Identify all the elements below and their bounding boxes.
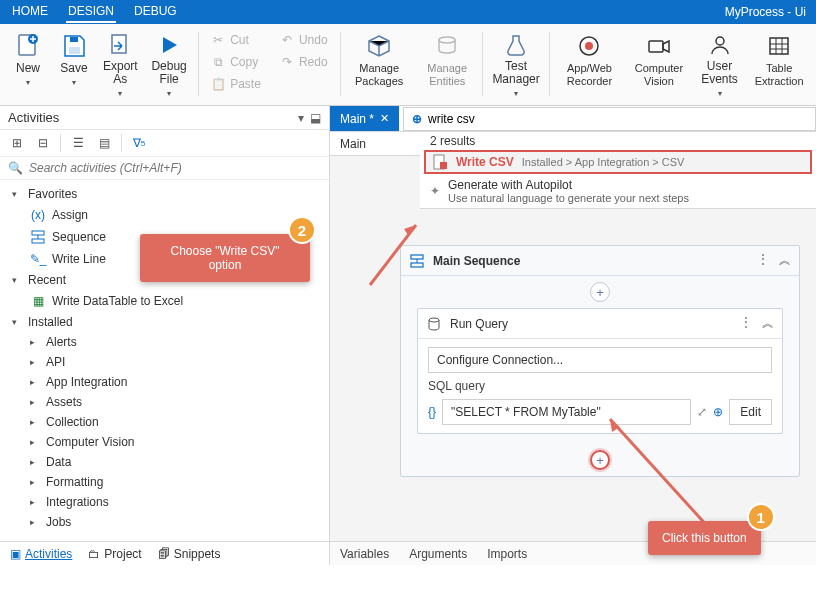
activity-write-datatable[interactable]: ▦Write DataTable to Excel	[0, 290, 329, 312]
table-extraction-button[interactable]: Table Extraction	[748, 28, 810, 100]
activities-tab-icon: ▣	[10, 547, 21, 561]
collapse-icon[interactable]: ︽	[779, 252, 791, 269]
add-var-icon[interactable]: ⊕	[713, 405, 723, 419]
redo-button[interactable]: ↷Redo	[275, 52, 332, 72]
run-query-activity[interactable]: Run Query ⋮ ︽ Configure Connection... SQ…	[417, 308, 783, 434]
test-manager-label: Test Manager▾	[492, 60, 539, 100]
svg-rect-2	[69, 47, 80, 54]
filter-icon[interactable]: ∇5	[130, 134, 148, 152]
table-extraction-label: Table Extraction	[754, 62, 804, 88]
add-after-button[interactable]: +	[590, 450, 610, 470]
view-list-icon[interactable]: ☰	[69, 134, 87, 152]
doc-tab-main[interactable]: Main * ✕	[330, 106, 399, 131]
manage-entities-button[interactable]: Manage Entities	[416, 28, 478, 100]
breadcrumb[interactable]: Main	[330, 132, 420, 156]
cat-alerts[interactable]: ▸Alerts	[0, 332, 329, 352]
debug-icon	[155, 32, 183, 58]
svg-point-7	[585, 42, 593, 50]
cat-data[interactable]: ▸Data	[0, 452, 329, 472]
tab-snippets[interactable]: 🗐Snippets	[158, 547, 221, 561]
activities-search-input[interactable]	[29, 161, 321, 175]
installed-node[interactable]: ▾Installed	[0, 312, 329, 332]
copy-button[interactable]: ⧉Copy	[206, 52, 265, 72]
folder-icon: 🗀	[88, 547, 100, 561]
user-events-button[interactable]: User Events▾	[693, 28, 747, 100]
menu-tabs: HOME DESIGN DEBUG	[10, 1, 179, 23]
cat-cv[interactable]: ▸Computer Vision	[0, 432, 329, 452]
activity-title: Run Query	[450, 317, 508, 331]
test-manager-button[interactable]: Test Manager▾	[487, 28, 545, 100]
code-icon: {}	[428, 405, 436, 419]
cut-button[interactable]: ✂Cut	[206, 30, 265, 50]
favorites-node[interactable]: ▾Favorites	[0, 184, 329, 204]
results-count: 2 results	[420, 132, 816, 150]
search-results: 2 results Write CSV Installed > App Inte…	[420, 132, 816, 209]
svg-point-9	[716, 37, 724, 45]
expand-field-icon[interactable]: ⤢	[697, 405, 707, 419]
result-autopilot[interactable]: ✦ Generate with Autopilot Use natural la…	[420, 174, 816, 208]
cat-app-integration[interactable]: ▸App Integration	[0, 372, 329, 392]
undo-group: ↶Undo ↷Redo	[271, 28, 336, 74]
more-icon[interactable]: ⋮	[757, 252, 769, 269]
tab-home[interactable]: HOME	[10, 1, 50, 23]
collapse-icon[interactable]: ⊟	[34, 134, 52, 152]
command-search-input[interactable]	[428, 112, 807, 126]
command-search[interactable]: ⊕	[403, 107, 816, 131]
cat-integrations[interactable]: ▸Integrations	[0, 492, 329, 512]
cat-jobs[interactable]: ▸Jobs	[0, 512, 329, 532]
callout-badge: 2	[288, 216, 316, 244]
main-sequence[interactable]: Main Sequence ⋮ ︽ + Run Query ⋮ ︽	[400, 245, 800, 477]
export-button[interactable]: Export As▾	[98, 28, 143, 100]
add-before-button[interactable]: +	[590, 282, 610, 302]
app-title: MyProcess - Ui	[725, 5, 806, 19]
close-icon[interactable]: ✕	[380, 112, 389, 125]
tab-activities[interactable]: ▣Activities	[10, 547, 72, 561]
sql-query-input[interactable]: "SELECT * FROM MyTable"	[442, 399, 691, 425]
new-label: New▾	[16, 62, 40, 89]
cut-icon: ✂	[210, 32, 226, 48]
manage-packages-button[interactable]: Manage Packages	[344, 28, 414, 100]
tab-design[interactable]: DESIGN	[66, 1, 116, 23]
user-icon	[706, 32, 734, 58]
pin-icon[interactable]: ▾	[298, 111, 304, 125]
cv-button[interactable]: Computer Vision	[627, 28, 691, 100]
tab-project[interactable]: 🗀Project	[88, 547, 141, 561]
expand-icon[interactable]: ⊞	[8, 134, 26, 152]
clipboard-group: ✂Cut ⧉Copy 📋Paste	[202, 28, 269, 96]
view-grid-icon[interactable]: ▤	[95, 134, 113, 152]
canvas[interactable]: Main Sequence ⋮ ︽ + Run Query ⋮ ︽	[330, 209, 816, 541]
cat-api[interactable]: ▸API	[0, 352, 329, 372]
activities-search[interactable]: 🔍	[0, 157, 329, 180]
result-meta: Installed > App Integration > CSV	[522, 156, 685, 168]
debug-label: Debug File▾	[151, 60, 188, 100]
save-button[interactable]: Save▾	[52, 28, 96, 100]
title-bar: HOME DESIGN DEBUG MyProcess - Ui	[0, 0, 816, 24]
cat-collection[interactable]: ▸Collection	[0, 412, 329, 432]
paste-button[interactable]: 📋Paste	[206, 74, 265, 94]
debug-button[interactable]: Debug File▾	[145, 28, 194, 100]
manage-packages-label: Manage Packages	[350, 62, 408, 88]
paste-icon: 📋	[210, 76, 226, 92]
collapse-icon[interactable]: ︽	[762, 315, 774, 332]
activity-assign[interactable]: (x)Assign	[0, 204, 329, 226]
recorder-button[interactable]: App/Web Recorder	[554, 28, 625, 100]
cat-formatting[interactable]: ▸Formatting	[0, 472, 329, 492]
more-icon[interactable]: ⋮	[740, 315, 752, 332]
svg-rect-12	[32, 239, 44, 243]
edit-button[interactable]: Edit	[729, 399, 772, 425]
result-write-csv[interactable]: Write CSV Installed > App Integration > …	[424, 150, 812, 174]
callout-1: 1 Click this button	[648, 521, 761, 555]
footer-variables[interactable]: Variables	[340, 547, 389, 561]
svg-rect-8	[649, 41, 663, 52]
new-button[interactable]: New▾	[6, 28, 50, 100]
footer-arguments[interactable]: Arguments	[409, 547, 467, 561]
ribbon: New▾ Save▾ Export As▾ Debug File▾ ✂Cut ⧉…	[0, 24, 816, 106]
panel-menu-icon[interactable]: ⬓	[310, 111, 321, 125]
csv-icon	[432, 154, 448, 170]
tab-debug[interactable]: DEBUG	[132, 1, 179, 23]
undo-icon: ↶	[279, 32, 295, 48]
cat-assets[interactable]: ▸Assets	[0, 392, 329, 412]
configure-connection-button[interactable]: Configure Connection...	[428, 347, 772, 373]
footer-imports[interactable]: Imports	[487, 547, 527, 561]
undo-button[interactable]: ↶Undo	[275, 30, 332, 50]
